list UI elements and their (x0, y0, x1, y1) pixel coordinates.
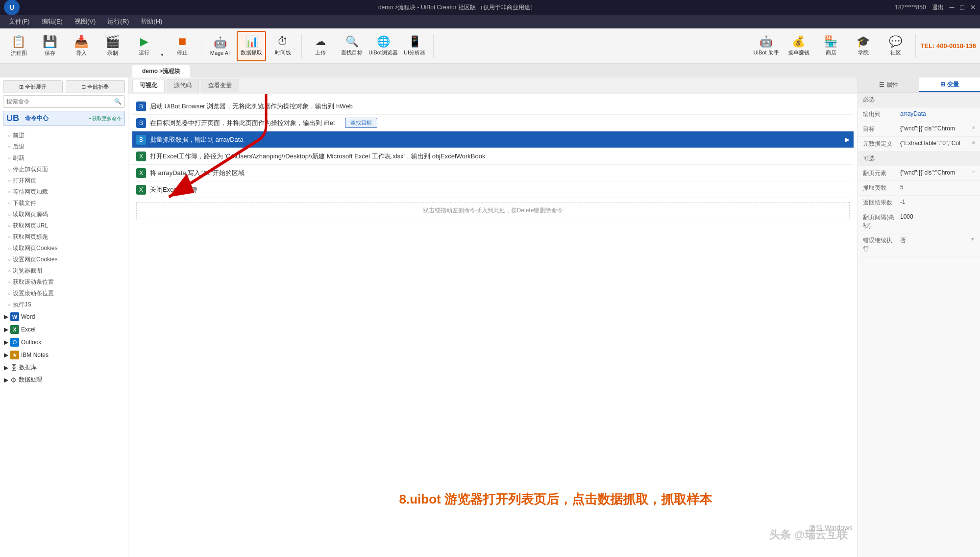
toolbar-btn-stop[interactable]: ⏹ 停止 (168, 31, 197, 61)
toolbar-btn-datascrape[interactable]: 📊 数据抓取 (237, 31, 266, 61)
category-dataprocess[interactable]: ▶ ⚙ 数据处理 (0, 374, 128, 386)
toolbar-btn-findtarget[interactable]: 🔍 查找目标 (337, 31, 367, 61)
annotation-text: 8.uibot 游览器打开列表页后，点击数据抓取，抓取样本 (399, 491, 711, 508)
row4-text: 打开Excel工作簿，路径为 'C:\\Users\\zhanping\\Des… (150, 152, 486, 161)
flow-row-3[interactable]: B 批量抓取数据，输出到 arrayData ▶ (132, 131, 854, 148)
upload-icon: ☁ (315, 35, 326, 48)
subtab-source[interactable]: 源代码 (167, 79, 199, 92)
menu-view[interactable]: 视图(V) (70, 16, 100, 27)
right-panel: ☰ 属性 ⊞ 变量 必选 输出到 arrayData 目标 {"wnd":[{"… (858, 77, 980, 557)
toolbar-btn-community[interactable]: 💬 社区 (881, 31, 910, 61)
pageinterval-label: 翻页间隔(毫秒) (863, 213, 897, 230)
uibot-cmd-center[interactable]: UB 命令中心 • 获取更多命令 (3, 111, 125, 126)
expand-all-icon: ⊞ (19, 84, 24, 90)
pageinterval-value: 1000 (900, 213, 975, 220)
tree-item-stopload[interactable]: ○ 停止加载页面 (0, 164, 128, 175)
close-btn[interactable]: ✕ (970, 3, 976, 11)
toolbar-btn-shop[interactable]: 🏪 商店 (816, 31, 846, 61)
menu-file[interactable]: 文件(F) (4, 16, 35, 27)
tree-item-setcookies[interactable]: ○ 设置网页Cookies (0, 254, 128, 265)
tree-item-back[interactable]: ○ 后退 (0, 141, 128, 152)
toolbar-btn-mage[interactable]: 🤖 Mage AI (205, 31, 235, 61)
toolbar-btn-academy[interactable]: 🎓 学院 (849, 31, 878, 61)
flow-row-6[interactable]: X 关闭Excel工作簿 (132, 181, 854, 198)
search-input[interactable] (6, 98, 114, 105)
database-icon: 🗄 (10, 364, 17, 372)
subtab-visual[interactable]: 可视化 (132, 79, 165, 92)
tree-item-setscroll[interactable]: ○ 设置滚动条位置 (0, 288, 128, 299)
tree-item-getscroll[interactable]: ○ 获取滚动条位置 (0, 277, 128, 288)
tree-item-gettitle[interactable]: ○ 获取网页标题 (0, 231, 128, 243)
tree-item-openurl[interactable]: ○ 打开网页 (0, 175, 128, 186)
tree-item-geturl[interactable]: ○ 获取网页URL (0, 220, 128, 231)
flow-row-4[interactable]: X 打开Excel工作簿，路径为 'C:\\Users\\zhanping\\D… (132, 148, 854, 165)
toolbar-btn-timeline[interactable]: ⏱ 时间线 (268, 31, 297, 61)
target-expand-btn[interactable]: ≡ (972, 125, 975, 130)
menu-edit[interactable]: 编辑(E) (37, 16, 68, 27)
pageelement-label: 翻页元素 (863, 169, 897, 177)
category-database[interactable]: ▶ 🗄 数据库 (0, 361, 128, 374)
get-more-commands[interactable]: • 获取更多命令 (89, 115, 122, 122)
category-excel[interactable]: ▶ X Excel (0, 323, 128, 336)
pageelement-expand-btn[interactable]: ≡ (972, 169, 975, 175)
right-tab-variables[interactable]: ⊞ 变量 (919, 77, 980, 92)
toolbar: 📋 流程图 💾 保存 📥 导入 🎬 录制 ▶ 运行 ▼ ⏹ 停止 🤖 Mage … (0, 28, 980, 64)
expand-database-icon: ▶ (4, 364, 8, 371)
menu-help[interactable]: 帮助(H) (136, 16, 167, 27)
toolbar-btn-save[interactable]: 💾 保存 (35, 31, 65, 61)
flow-row-1[interactable]: B 启动 UiBot Browser 浏览器，无将此浏览器作为操控对象，输出到 … (132, 98, 854, 115)
bullet-waitload: ○ (8, 189, 11, 195)
find-target-btn[interactable]: 查找目标 (345, 118, 377, 128)
community-label: 社区 (890, 49, 901, 56)
menu-run[interactable]: 运行(R) (102, 16, 134, 27)
right-tab-properties[interactable]: ☰ 属性 (858, 77, 919, 92)
tree-item-screenshot[interactable]: ○ 浏览器截图 (0, 265, 128, 277)
sidebar-top-buttons: ⊞ 全部展开 ⊟ 全部折叠 (0, 77, 128, 95)
toolbar-btn-run[interactable]: ▶ 运行 (129, 31, 159, 61)
tree-item-waitload[interactable]: ○ 等待网页加载 (0, 186, 128, 198)
tree-item-refresh[interactable]: ○ 刷新 (0, 152, 128, 164)
properties-label: 属性 (886, 81, 898, 89)
expand-all-btn[interactable]: ⊞ 全部展开 (3, 80, 63, 93)
row1-text: 启动 UiBot Browser 浏览器，无将此浏览器作为操控对象，输出到 hW… (150, 102, 353, 111)
flow-row-2[interactable]: B 在目标浏览器中打开页面，并将此页面作为操控对象，输出到 iRet 查找目标 (132, 115, 854, 131)
continueonerror-dropdown[interactable]: ▼ (970, 236, 975, 242)
collapse-all-btn[interactable]: ⊟ 全部折叠 (66, 80, 125, 93)
returncount-value: -1 (900, 199, 975, 205)
toolbar-btn-upload[interactable]: ☁ 上传 (306, 31, 335, 61)
category-word[interactable]: ▶ W Word (0, 310, 128, 323)
toolbar-btn-record[interactable]: 🎬 录制 (98, 31, 127, 61)
subtabbar: 可视化 源代码 查看变量 (128, 77, 858, 94)
run-dropdown-arrow[interactable]: ▼ (159, 31, 166, 61)
maximize-btn[interactable]: □ (960, 3, 964, 11)
toolbar-btn-assistant[interactable]: 🤖 UiBot 助手 (752, 31, 781, 61)
category-outlook-label: Outlook (21, 339, 41, 346)
toolbar-btn-flowchart[interactable]: 📋 流程图 (4, 31, 33, 61)
tree-item-readsource[interactable]: ○ 读取网页源码 (0, 209, 128, 220)
tree-item-forward[interactable]: ○ 前进 (0, 130, 128, 141)
mage-icon: 🤖 (214, 36, 227, 49)
tree-item-download[interactable]: ○ 下载文件 (0, 198, 128, 209)
metadef-expand-btn[interactable]: ≡ (972, 140, 975, 145)
tree-item-readcookies[interactable]: ○ 读取网页Cookies (0, 243, 128, 254)
toolbar-btn-browser[interactable]: 🌐 UiBot浏览器 (368, 31, 398, 61)
row3-run-btn[interactable]: ▶ (845, 136, 850, 143)
flow-row-5[interactable]: X 将 arrayData 写入"A1"开始的区域 (132, 165, 854, 181)
bullet-stopload: ○ (8, 167, 11, 172)
toolbar-btn-earn[interactable]: 💰 接单赚钱 (784, 31, 813, 61)
pageelement-value: {"wnd":[{"cls":"Chrom (900, 169, 969, 176)
logout-btn[interactable]: 退出 (932, 3, 944, 12)
toolbar-btn-ui-analyzer[interactable]: 📱 UI分析器 (400, 31, 429, 61)
category-outlook[interactable]: ▶ O Outlook (0, 336, 128, 349)
run-label: 运行 (139, 49, 149, 56)
label-back: 后退 (13, 143, 24, 151)
category-ibmnotes[interactable]: ▶ ★ IBM Notes (0, 349, 128, 361)
bullet-back: ○ (8, 144, 11, 150)
minimize-btn[interactable]: ─ (950, 3, 955, 11)
toolbar-btn-import[interactable]: 📥 导入 (67, 31, 96, 61)
findtarget-label: 查找目标 (341, 49, 363, 56)
subtab-vars[interactable]: 查看变量 (201, 79, 239, 92)
expand-all-label: 全部展开 (25, 83, 47, 91)
tree-item-execjs[interactable]: ○ 执行JS (0, 299, 128, 310)
tab-demo[interactable]: demo >流程块 (132, 65, 190, 77)
